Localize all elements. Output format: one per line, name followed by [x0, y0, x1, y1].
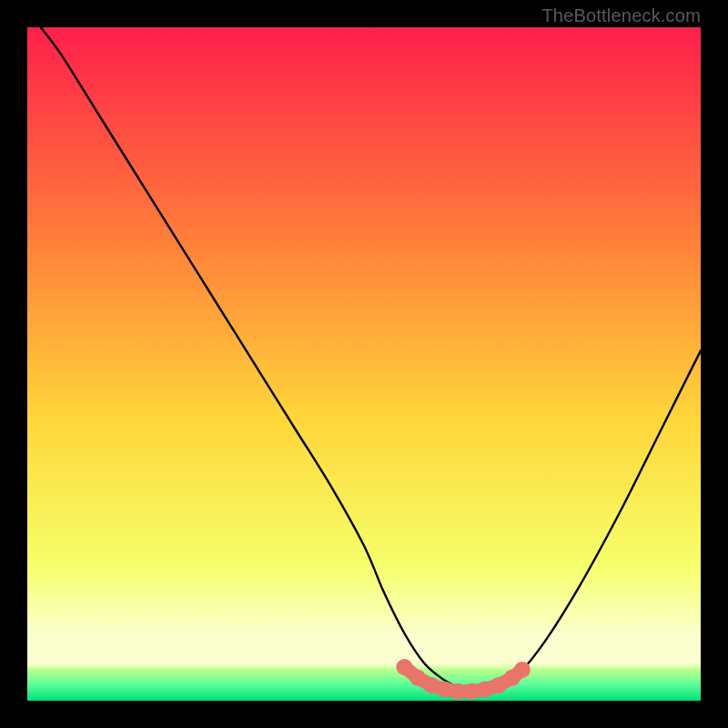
plot-area	[27, 27, 701, 701]
chart-frame: TheBottleneck.com	[0, 0, 728, 728]
watermark-text: TheBottleneck.com	[541, 5, 701, 26]
bottleneck-curve	[41, 27, 701, 691]
marker-dot	[514, 662, 531, 678]
curve-layer	[27, 27, 701, 701]
bottom-marker-cluster	[396, 659, 531, 700]
marker-dot	[396, 659, 412, 675]
